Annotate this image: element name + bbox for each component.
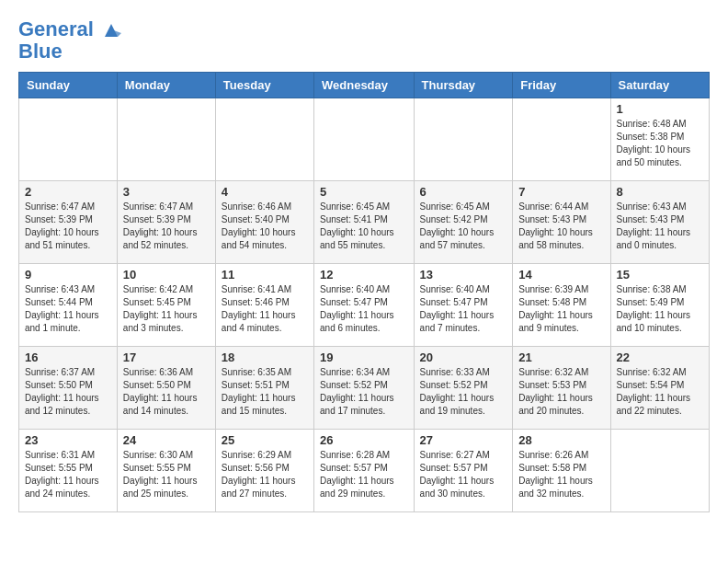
calendar-cell: 5Sunrise: 6:45 AM Sunset: 5:41 PM Daylig…	[314, 181, 415, 264]
day-number: 20	[420, 350, 507, 364]
calendar-cell: 26Sunrise: 6:28 AM Sunset: 5:57 PM Dayli…	[314, 430, 415, 512]
day-info: Sunrise: 6:33 AM Sunset: 5:52 PM Dayligh…	[420, 366, 507, 418]
day-number: 26	[320, 433, 408, 447]
day-info: Sunrise: 6:38 AM Sunset: 5:49 PM Dayligh…	[617, 283, 703, 335]
page-header: General Blue	[18, 18, 710, 63]
day-number: 5	[320, 185, 408, 199]
day-number: 2	[25, 185, 111, 199]
calendar-cell: 19Sunrise: 6:34 AM Sunset: 5:52 PM Dayli…	[314, 347, 415, 430]
logo-general: General	[18, 17, 94, 40]
calendar-cell: 28Sunrise: 6:26 AM Sunset: 5:58 PM Dayli…	[513, 430, 610, 512]
day-info: Sunrise: 6:30 AM Sunset: 5:55 PM Dayligh…	[123, 449, 210, 500]
weekday-header-friday: Friday	[513, 73, 610, 98]
calendar-cell	[513, 98, 610, 181]
calendar-week-row: 1Sunrise: 6:48 AM Sunset: 5:38 PM Daylig…	[19, 98, 710, 181]
day-info: Sunrise: 6:31 AM Sunset: 5:55 PM Dayligh…	[25, 449, 111, 500]
day-number: 9	[25, 268, 111, 282]
calendar-cell: 6Sunrise: 6:45 AM Sunset: 5:42 PM Daylig…	[414, 181, 513, 264]
calendar-cell: 2Sunrise: 6:47 AM Sunset: 5:39 PM Daylig…	[19, 181, 118, 264]
day-number: 4	[222, 185, 308, 199]
day-number: 28	[518, 433, 604, 447]
logo: General Blue	[18, 18, 121, 63]
calendar-cell: 10Sunrise: 6:42 AM Sunset: 5:45 PM Dayli…	[117, 264, 215, 347]
calendar-cell: 25Sunrise: 6:29 AM Sunset: 5:56 PM Dayli…	[215, 430, 313, 512]
calendar-cell: 21Sunrise: 6:32 AM Sunset: 5:53 PM Dayli…	[513, 347, 610, 430]
day-info: Sunrise: 6:29 AM Sunset: 5:56 PM Dayligh…	[222, 449, 308, 500]
day-number: 22	[617, 350, 703, 364]
day-info: Sunrise: 6:36 AM Sunset: 5:50 PM Dayligh…	[123, 366, 210, 418]
calendar-cell	[19, 98, 118, 181]
day-number: 14	[518, 268, 604, 282]
calendar-cell	[414, 98, 513, 181]
calendar-cell: 11Sunrise: 6:41 AM Sunset: 5:46 PM Dayli…	[215, 264, 313, 347]
day-number: 16	[25, 350, 111, 364]
day-number: 18	[222, 350, 308, 364]
calendar-cell: 22Sunrise: 6:32 AM Sunset: 5:54 PM Dayli…	[610, 347, 709, 430]
day-number: 27	[420, 433, 507, 447]
calendar-cell: 27Sunrise: 6:27 AM Sunset: 5:57 PM Dayli…	[414, 430, 513, 512]
day-info: Sunrise: 6:48 AM Sunset: 5:38 PM Dayligh…	[617, 118, 703, 169]
calendar-cell: 7Sunrise: 6:44 AM Sunset: 5:43 PM Daylig…	[513, 181, 610, 264]
calendar-cell	[314, 98, 415, 181]
calendar-week-row: 9Sunrise: 6:43 AM Sunset: 5:44 PM Daylig…	[19, 264, 710, 347]
day-info: Sunrise: 6:35 AM Sunset: 5:51 PM Dayligh…	[222, 366, 308, 418]
day-number: 11	[222, 268, 308, 282]
day-number: 13	[420, 268, 507, 282]
calendar-cell: 24Sunrise: 6:30 AM Sunset: 5:55 PM Dayli…	[117, 430, 215, 512]
day-number: 8	[617, 185, 703, 199]
weekday-header-wednesday: Wednesday	[314, 73, 415, 98]
calendar-cell: 20Sunrise: 6:33 AM Sunset: 5:52 PM Dayli…	[414, 347, 513, 430]
day-info: Sunrise: 6:46 AM Sunset: 5:40 PM Dayligh…	[222, 201, 308, 252]
calendar-cell	[610, 430, 709, 512]
day-number: 10	[123, 268, 210, 282]
weekday-header-row: SundayMondayTuesdayWednesdayThursdayFrid…	[19, 73, 710, 98]
logo-blue: Blue	[18, 40, 121, 63]
day-number: 7	[518, 185, 604, 199]
day-info: Sunrise: 6:45 AM Sunset: 5:41 PM Dayligh…	[320, 201, 408, 252]
calendar-cell: 13Sunrise: 6:40 AM Sunset: 5:47 PM Dayli…	[414, 264, 513, 347]
day-info: Sunrise: 6:45 AM Sunset: 5:42 PM Dayligh…	[420, 201, 507, 252]
day-info: Sunrise: 6:37 AM Sunset: 5:50 PM Dayligh…	[25, 366, 111, 418]
calendar-cell: 3Sunrise: 6:47 AM Sunset: 5:39 PM Daylig…	[117, 181, 215, 264]
day-info: Sunrise: 6:47 AM Sunset: 5:39 PM Dayligh…	[25, 201, 111, 252]
day-info: Sunrise: 6:28 AM Sunset: 5:57 PM Dayligh…	[320, 449, 408, 500]
day-info: Sunrise: 6:27 AM Sunset: 5:57 PM Dayligh…	[420, 449, 507, 500]
day-number: 3	[123, 185, 210, 199]
logo-text: General	[18, 18, 121, 40]
weekday-header-tuesday: Tuesday	[215, 73, 313, 98]
day-info: Sunrise: 6:32 AM Sunset: 5:54 PM Dayligh…	[617, 366, 703, 418]
day-number: 19	[320, 350, 408, 364]
calendar-cell: 12Sunrise: 6:40 AM Sunset: 5:47 PM Dayli…	[314, 264, 415, 347]
day-info: Sunrise: 6:34 AM Sunset: 5:52 PM Dayligh…	[320, 366, 408, 418]
day-info: Sunrise: 6:40 AM Sunset: 5:47 PM Dayligh…	[320, 283, 408, 335]
calendar-cell: 17Sunrise: 6:36 AM Sunset: 5:50 PM Dayli…	[117, 347, 215, 430]
day-number: 21	[518, 350, 604, 364]
calendar-cell: 4Sunrise: 6:46 AM Sunset: 5:40 PM Daylig…	[215, 181, 313, 264]
calendar-cell: 14Sunrise: 6:39 AM Sunset: 5:48 PM Dayli…	[513, 264, 610, 347]
calendar-week-row: 2Sunrise: 6:47 AM Sunset: 5:39 PM Daylig…	[19, 181, 710, 264]
calendar-cell	[117, 98, 215, 181]
day-info: Sunrise: 6:43 AM Sunset: 5:44 PM Dayligh…	[25, 283, 111, 335]
weekday-header-sunday: Sunday	[19, 73, 118, 98]
calendar-cell: 16Sunrise: 6:37 AM Sunset: 5:50 PM Dayli…	[19, 347, 118, 430]
day-info: Sunrise: 6:44 AM Sunset: 5:43 PM Dayligh…	[518, 201, 604, 252]
day-number: 6	[420, 185, 507, 199]
day-info: Sunrise: 6:47 AM Sunset: 5:39 PM Dayligh…	[123, 201, 210, 252]
calendar-cell: 1Sunrise: 6:48 AM Sunset: 5:38 PM Daylig…	[610, 98, 709, 181]
day-info: Sunrise: 6:42 AM Sunset: 5:45 PM Dayligh…	[123, 283, 210, 335]
weekday-header-saturday: Saturday	[610, 73, 709, 98]
calendar-cell	[215, 98, 313, 181]
day-number: 23	[25, 433, 111, 447]
svg-marker-0	[105, 24, 118, 37]
day-info: Sunrise: 6:41 AM Sunset: 5:46 PM Dayligh…	[222, 283, 308, 335]
calendar-cell: 15Sunrise: 6:38 AM Sunset: 5:49 PM Dayli…	[610, 264, 709, 347]
day-info: Sunrise: 6:26 AM Sunset: 5:58 PM Dayligh…	[518, 449, 604, 500]
calendar-week-row: 23Sunrise: 6:31 AM Sunset: 5:55 PM Dayli…	[19, 430, 710, 512]
day-info: Sunrise: 6:32 AM Sunset: 5:53 PM Dayligh…	[518, 366, 604, 418]
calendar-cell: 23Sunrise: 6:31 AM Sunset: 5:55 PM Dayli…	[19, 430, 118, 512]
calendar-week-row: 16Sunrise: 6:37 AM Sunset: 5:50 PM Dayli…	[19, 347, 710, 430]
calendar-cell: 18Sunrise: 6:35 AM Sunset: 5:51 PM Dayli…	[215, 347, 313, 430]
day-info: Sunrise: 6:40 AM Sunset: 5:47 PM Dayligh…	[420, 283, 507, 335]
day-number: 1	[617, 102, 703, 116]
day-number: 17	[123, 350, 210, 364]
